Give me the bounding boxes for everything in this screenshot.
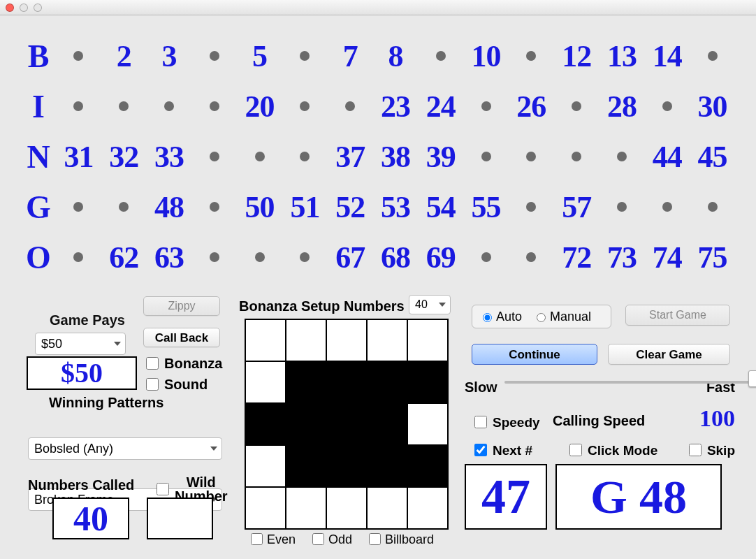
pattern-cell[interactable] xyxy=(327,446,366,486)
board-cell[interactable] xyxy=(463,139,509,175)
board-cell[interactable]: 51 xyxy=(282,189,328,225)
board-cell[interactable]: 62 xyxy=(101,240,147,275)
board-cell[interactable] xyxy=(644,89,690,124)
pattern-cell[interactable] xyxy=(286,404,326,444)
board-cell[interactable] xyxy=(191,89,237,124)
board-cell[interactable]: 53 xyxy=(373,189,419,225)
pattern-cell[interactable] xyxy=(408,362,447,402)
board-cell[interactable] xyxy=(237,240,282,275)
board-cell[interactable]: 23 xyxy=(373,89,419,124)
board-cell[interactable] xyxy=(191,189,237,225)
pattern-cell[interactable] xyxy=(368,362,407,402)
board-cell[interactable]: 74 xyxy=(644,240,690,275)
board-cell[interactable]: 31 xyxy=(56,139,101,175)
board-cell[interactable]: 20 xyxy=(237,89,282,124)
pattern-cell[interactable] xyxy=(327,320,366,361)
billboard-checkbox[interactable]: Billboard xyxy=(366,531,434,547)
board-cell[interactable] xyxy=(599,189,645,225)
board-cell[interactable] xyxy=(509,240,554,275)
start-game-button[interactable]: Start Game xyxy=(625,305,730,326)
board-cell[interactable]: 52 xyxy=(328,189,373,225)
mode-manual-radio[interactable] xyxy=(537,313,546,322)
board-cell[interactable]: 30 xyxy=(690,89,735,124)
pattern-cell[interactable] xyxy=(368,320,407,361)
board-cell[interactable] xyxy=(463,240,509,275)
pattern-cell[interactable] xyxy=(286,446,326,486)
sound-checkbox[interactable]: Sound xyxy=(143,376,208,393)
board-cell[interactable] xyxy=(237,139,282,175)
pattern-cell[interactable] xyxy=(368,446,407,486)
board-cell[interactable] xyxy=(282,38,328,74)
board-cell[interactable]: 44 xyxy=(644,139,690,175)
board-cell[interactable] xyxy=(282,240,328,275)
pattern-cell[interactable] xyxy=(327,488,366,528)
minimize-icon[interactable] xyxy=(20,3,28,12)
speedy-checkbox[interactable]: Speedy xyxy=(472,414,540,430)
board-cell[interactable] xyxy=(554,139,599,175)
odd-checkbox[interactable]: Odd xyxy=(310,531,352,547)
board-cell[interactable]: 68 xyxy=(373,240,419,275)
board-cell[interactable]: 57 xyxy=(554,189,599,225)
board-cell[interactable]: 33 xyxy=(147,139,192,175)
board-cell[interactable]: 72 xyxy=(554,240,599,275)
board-cell[interactable]: 32 xyxy=(101,139,147,175)
pattern-cell[interactable] xyxy=(368,488,407,528)
board-cell[interactable]: 8 xyxy=(373,38,419,74)
pattern-cell[interactable] xyxy=(408,320,447,361)
call-back-button[interactable]: Call Back xyxy=(143,328,220,347)
pattern-cell[interactable] xyxy=(246,362,285,402)
board-cell[interactable]: 73 xyxy=(599,240,645,275)
bonanza-checkbox[interactable]: Bonanza xyxy=(143,355,222,372)
board-cell[interactable]: 12 xyxy=(554,38,599,74)
winning-pattern-grid[interactable] xyxy=(245,319,449,530)
board-cell[interactable]: 2 xyxy=(101,38,147,74)
even-checkbox[interactable]: Even xyxy=(248,531,296,547)
mode-segment[interactable]: Auto Manual xyxy=(472,305,611,328)
board-cell[interactable] xyxy=(509,189,554,225)
board-cell[interactable] xyxy=(282,139,328,175)
board-cell[interactable] xyxy=(599,139,645,175)
board-cell[interactable] xyxy=(191,38,237,74)
game-pays-select[interactable]: $50 xyxy=(35,333,126,355)
pattern-cell[interactable] xyxy=(286,488,326,528)
board-cell[interactable]: 67 xyxy=(328,240,373,275)
board-cell[interactable]: 45 xyxy=(690,139,735,175)
skip-checkbox[interactable]: Skip xyxy=(686,442,735,458)
board-cell[interactable]: 13 xyxy=(599,38,645,74)
board-cell[interactable] xyxy=(328,89,373,124)
board-cell[interactable]: 50 xyxy=(237,189,282,225)
pattern-cell[interactable] xyxy=(286,362,326,402)
board-cell[interactable] xyxy=(509,139,554,175)
pattern-cell[interactable] xyxy=(246,320,285,361)
board-cell[interactable]: 24 xyxy=(418,89,463,124)
pattern-cell[interactable] xyxy=(327,404,366,444)
board-cell[interactable] xyxy=(509,38,554,74)
board-cell[interactable]: 7 xyxy=(328,38,373,74)
board-cell[interactable] xyxy=(101,189,147,225)
pattern-cell[interactable] xyxy=(408,446,447,486)
board-cell[interactable] xyxy=(282,89,328,124)
click-mode-checkbox[interactable]: Click Mode xyxy=(567,442,657,458)
board-cell[interactable]: 38 xyxy=(373,139,419,175)
pattern-select-1[interactable]: Bobsled (Any) xyxy=(28,437,222,460)
board-cell[interactable] xyxy=(191,240,237,275)
board-cell[interactable] xyxy=(690,189,735,225)
board-cell[interactable] xyxy=(56,89,101,124)
board-cell[interactable] xyxy=(147,89,192,124)
board-cell[interactable]: 39 xyxy=(418,139,463,175)
pattern-cell[interactable] xyxy=(286,320,326,361)
board-cell[interactable] xyxy=(101,89,147,124)
board-cell[interactable] xyxy=(463,89,509,124)
clear-game-button[interactable]: Clear Game xyxy=(608,344,730,365)
board-cell[interactable]: 26 xyxy=(509,89,554,124)
continue-button[interactable]: Continue xyxy=(472,344,597,365)
board-cell[interactable]: 48 xyxy=(147,189,192,225)
board-cell[interactable] xyxy=(191,139,237,175)
board-cell[interactable]: 54 xyxy=(418,189,463,225)
board-cell[interactable] xyxy=(690,38,735,74)
board-cell[interactable]: 3 xyxy=(147,38,192,74)
pattern-cell[interactable] xyxy=(246,446,285,486)
speed-slider[interactable] xyxy=(504,381,756,384)
board-cell[interactable]: 5 xyxy=(237,38,282,74)
board-cell[interactable]: 69 xyxy=(418,240,463,275)
